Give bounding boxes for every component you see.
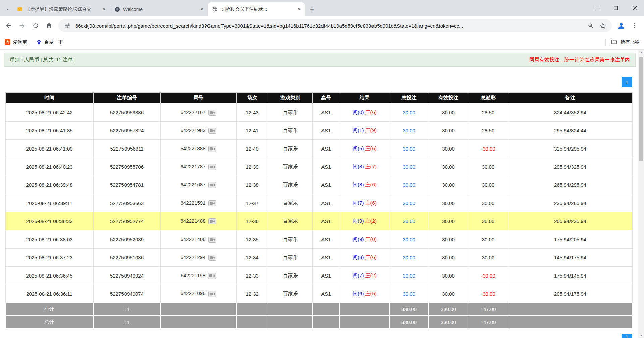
total-bet-link[interactable]: 30.00 — [403, 128, 415, 133]
tab-forum[interactable]: 【新提醒】海燕策略论坛综合交 × — [13, 2, 110, 16]
video-replay-icon[interactable] — [208, 236, 216, 243]
back-button[interactable] — [3, 19, 15, 32]
tab-welcome[interactable]: Welcome × — [110, 2, 208, 16]
time-cell: 2025-08-21 06:39:48 — [5, 176, 93, 194]
note-cell: 325.94/295.94 — [508, 140, 632, 158]
total-bet-link[interactable]: 30.00 — [403, 273, 415, 279]
column-header: 有效投注 — [429, 93, 468, 103]
banker-result: 庄(6) — [365, 254, 377, 260]
payout-value: 30.00 — [482, 218, 495, 224]
minimize-button[interactable] — [588, 0, 606, 16]
new-tab-button[interactable]: + — [307, 4, 317, 14]
close-window-button[interactable] — [625, 0, 644, 16]
profile-avatar-icon[interactable] — [615, 19, 627, 32]
session-cell: 12-37 — [236, 194, 268, 212]
column-header: 局号 — [160, 93, 236, 103]
video-replay-icon[interactable] — [208, 164, 216, 170]
browser-toolbar: 66cxkj98.com/ipl/portal.php/game/betreco… — [0, 16, 644, 35]
total-bet-cell: 30.00 — [390, 103, 429, 122]
video-replay-icon[interactable] — [208, 109, 216, 116]
site-settings-icon[interactable] — [63, 21, 72, 30]
column-header: 总派彩 — [468, 93, 508, 103]
video-replay-icon[interactable] — [208, 291, 216, 297]
total-bet-link[interactable]: 30.00 — [403, 182, 415, 188]
total-bet-link[interactable]: 30.00 — [403, 237, 415, 242]
game-type-cell: 百家乐 — [268, 212, 312, 230]
column-header: 时间 — [5, 93, 93, 103]
reload-button[interactable] — [30, 19, 42, 32]
vertical-scrollbar[interactable]: ▲ ▼ — [638, 50, 644, 338]
total-bet-link[interactable]: 30.00 — [403, 255, 415, 260]
home-button[interactable] — [43, 19, 55, 32]
round-number: 642221294 — [180, 254, 205, 260]
bet-id-cell: 522750952774 — [93, 212, 160, 230]
bookmark-star-icon[interactable] — [598, 21, 607, 30]
page-1-button[interactable]: 1 — [622, 77, 632, 87]
game-type-cell: 百家乐 — [268, 176, 312, 194]
session-cell: 12-35 — [236, 230, 268, 249]
round-cell: 642221591 — [160, 194, 236, 212]
scroll-up-icon[interactable]: ▲ — [638, 50, 644, 55]
tab-search-button[interactable] — [3, 2, 13, 16]
tab-close-icon[interactable]: × — [101, 6, 107, 12]
table-row: 2025-08-21 06:41:35522750957824642221983… — [5, 122, 632, 140]
round-cell: 642221983 — [160, 122, 236, 140]
result-cell: 闲(6) 庄(5) — [340, 285, 390, 303]
valid-bet-cell: 30.00 — [429, 249, 468, 267]
total-bet-link[interactable]: 30.00 — [403, 218, 415, 224]
video-replay-icon[interactable] — [208, 127, 216, 134]
total-bet-cell: 30.00 — [390, 122, 429, 140]
banker-result: 庄(6) — [365, 145, 377, 151]
player-result: 闲(8) — [353, 182, 364, 187]
page-1-button-bottom[interactable]: 1 — [622, 334, 632, 338]
maximize-button[interactable] — [606, 0, 625, 16]
bookmark-baidu[interactable]: 百度一下 — [36, 39, 63, 45]
tab-close-icon[interactable]: × — [199, 6, 205, 12]
round-cell: 642221096 — [160, 285, 236, 303]
column-header: 桌号 — [312, 93, 340, 103]
total-bet-cell: 30.00 — [390, 230, 429, 249]
total-bet-link[interactable]: 30.00 — [403, 146, 415, 152]
page-content: 币别 : 人民币 | 总共 :11 注单 | 同局有效投注，统一计算在该局第一张… — [0, 50, 638, 338]
valid-bet-cell: 30.00 — [429, 194, 468, 212]
video-replay-icon[interactable] — [208, 145, 216, 152]
video-replay-icon[interactable] — [208, 200, 216, 206]
total-bet-link[interactable]: 30.00 — [403, 110, 415, 115]
video-replay-icon[interactable] — [208, 182, 216, 188]
tab-close-icon[interactable]: × — [296, 6, 302, 12]
player-result: 闲(9) — [353, 236, 364, 242]
column-header: 备注 — [508, 93, 632, 103]
note-cell: 175.94/145.94 — [508, 267, 632, 285]
video-replay-icon[interactable] — [208, 272, 216, 279]
empty-cell — [312, 316, 340, 329]
bet-id-cell: 522750949924 — [93, 267, 160, 285]
forward-button[interactable] — [16, 19, 28, 32]
url-text[interactable]: 66cxkj98.com/ipl/portal.php/game/betreco… — [75, 23, 583, 29]
round-number: 642221888 — [180, 145, 205, 151]
zoom-icon[interactable] — [586, 21, 595, 30]
banker-result: 庄(9) — [365, 127, 377, 133]
scrollbar-thumb[interactable] — [639, 57, 643, 161]
bookmark-taobao[interactable]: 淘 爱淘宝 — [5, 39, 27, 45]
tab-bet-records[interactable]: :::视讯 会员下注纪录::: × — [208, 2, 305, 16]
total-bet-link[interactable]: 30.00 — [403, 291, 415, 297]
all-bookmarks-button[interactable]: 所有书签 — [605, 39, 639, 46]
total-bet-link[interactable]: 30.00 — [403, 164, 415, 170]
player-result: 闲(7) — [353, 272, 364, 278]
browser-menu-icon[interactable] — [629, 19, 641, 32]
bet-id-cell: 522750954781 — [93, 176, 160, 194]
time-cell: 2025-08-21 06:38:33 — [5, 212, 93, 230]
notice-text: 同局有效投注，统一计算在该局第一张注单内 — [529, 57, 630, 63]
column-header: 场次 — [236, 93, 268, 103]
valid-bet-cell: 30.00 — [429, 267, 468, 285]
address-bar[interactable]: 66cxkj98.com/ipl/portal.php/game/betreco… — [58, 19, 612, 32]
video-replay-icon[interactable] — [208, 218, 216, 224]
player-result: 闲(8) — [353, 254, 364, 260]
table-no-cell: AS1 — [312, 212, 340, 230]
total-bet-link[interactable]: 30.00 — [403, 200, 415, 206]
payout-cell: 30.00 — [468, 194, 508, 212]
scroll-down-icon[interactable]: ▼ — [638, 333, 644, 338]
total-total-bet: 330.00 — [390, 316, 429, 329]
table-row: 2025-08-21 06:40:23522750955706642221787… — [5, 158, 632, 176]
video-replay-icon[interactable] — [208, 254, 216, 261]
